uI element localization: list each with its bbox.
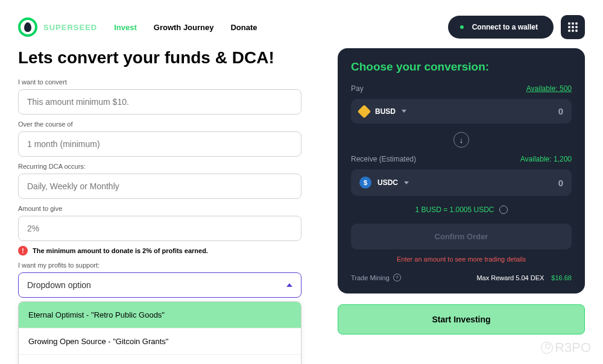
- support-dropdown-list: Eternal Optimist - "Retro Public Goods" …: [18, 301, 302, 364]
- refresh-rate-icon[interactable]: [499, 206, 508, 214]
- busd-icon: [358, 104, 371, 118]
- amount-give-input[interactable]: [18, 216, 302, 241]
- support-dropdown-value: Dropdown option: [27, 280, 91, 290]
- trade-hint: Enter an amount to see more trading deta…: [351, 256, 572, 263]
- pay-available[interactable]: Available: 500: [526, 84, 572, 93]
- label-course: Over the course of: [18, 121, 302, 128]
- connect-wallet-label: Connect to a wallet: [472, 23, 538, 31]
- pay-token-select[interactable]: BUSD: [359, 107, 406, 116]
- logo-icon: [18, 17, 37, 37]
- watermark: R3PO: [541, 340, 591, 356]
- convert-amount-input[interactable]: [18, 89, 302, 115]
- pay-token-name: BUSD: [375, 107, 396, 116]
- max-reward-label: Max Reward 5.04 DEX: [476, 274, 544, 281]
- label-support: I want my profits to support:: [18, 262, 302, 269]
- grid-icon: [568, 22, 578, 32]
- status-dot-icon: [460, 25, 464, 29]
- chevron-down-icon: [404, 181, 409, 184]
- label-convert: I want to convert: [18, 78, 302, 86]
- chevron-up-icon: [286, 283, 292, 287]
- label-recurring: Recurring DCA occurs:: [18, 163, 302, 170]
- usdc-icon: $: [359, 177, 371, 189]
- nav-invest[interactable]: Invest: [114, 23, 137, 32]
- connect-wallet-button[interactable]: Connect to a wallet: [448, 16, 554, 39]
- recurring-input[interactable]: [18, 174, 302, 199]
- warning-text: The minimum amount to donate is 2% of pr…: [33, 247, 208, 254]
- conversion-panel: Choose your conversion: Pay Available: 5…: [338, 48, 585, 293]
- receive-label: Receive (Estimated): [351, 155, 416, 163]
- chevron-down-icon: [402, 110, 406, 113]
- nav-donate[interactable]: Donate: [230, 23, 257, 32]
- brand-name: SUPERSEED: [43, 23, 97, 32]
- panel-title: Choose your conversion:: [351, 60, 572, 74]
- watermark-icon: [541, 342, 553, 354]
- receive-amount: 0: [558, 178, 563, 188]
- support-option-community-choice[interactable]: Community Choice - "Community Voted": [19, 355, 301, 364]
- support-option-gitcoin-grants[interactable]: Growing Open Source - "Gitcoin Grants": [19, 328, 301, 355]
- receive-available: Available: 1,200: [520, 155, 572, 163]
- support-dropdown[interactable]: Dropdown option: [18, 272, 302, 298]
- pay-token-box: BUSD 0: [351, 99, 572, 124]
- receive-token-box: $ USDC 0: [351, 169, 572, 196]
- pay-label: Pay: [351, 84, 364, 93]
- receive-token-name: USDC: [377, 178, 398, 187]
- start-investing-button[interactable]: Start Investing: [338, 304, 585, 334]
- receive-token-select[interactable]: $ USDC: [359, 177, 409, 189]
- conversion-rate: 1 BUSD = 1.0005 USDC: [415, 206, 494, 214]
- apps-menu-button[interactable]: [561, 15, 585, 39]
- pay-amount-input[interactable]: 0: [558, 106, 563, 116]
- trade-mining-label: Trade Mining: [351, 274, 390, 281]
- confirm-order-button: Confirm Order: [351, 224, 572, 249]
- warning-icon: !: [18, 246, 28, 256]
- nav-growth-journey[interactable]: Growth Journey: [154, 23, 214, 32]
- support-option-eternal-optimist[interactable]: Eternal Optimist - "Retro Public Goods": [19, 302, 301, 328]
- page-title: Lets convert your funds & DCA!: [18, 48, 302, 67]
- max-reward-value: $16.68: [551, 274, 572, 281]
- swap-direction-button[interactable]: ↓: [453, 132, 469, 148]
- help-icon[interactable]: ?: [393, 274, 401, 281]
- duration-input[interactable]: [18, 131, 302, 157]
- label-amount-give: Amount to give: [18, 205, 302, 212]
